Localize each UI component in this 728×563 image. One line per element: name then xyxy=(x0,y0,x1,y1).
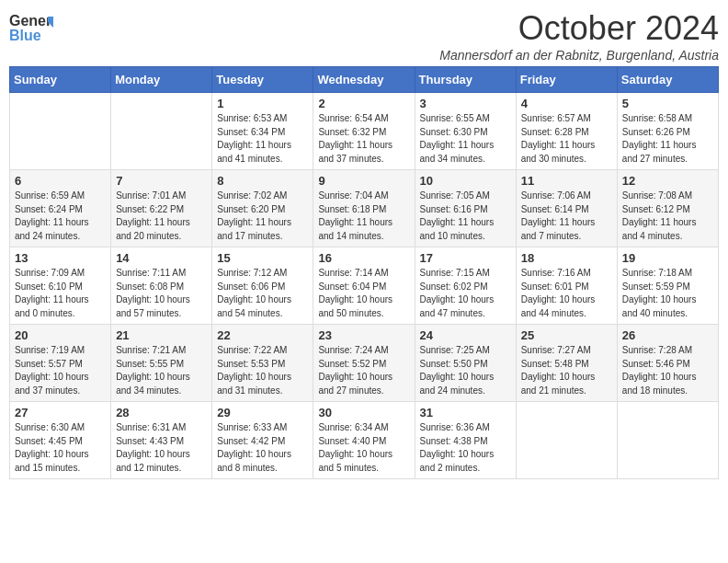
day-cell: 23Sunrise: 7:24 AM Sunset: 5:52 PM Dayli… xyxy=(313,325,415,402)
day-number: 25 xyxy=(521,328,612,342)
day-cell: 12Sunrise: 7:08 AM Sunset: 6:12 PM Dayli… xyxy=(617,170,718,247)
day-cell: 3Sunrise: 6:55 AM Sunset: 6:30 PM Daylig… xyxy=(415,93,516,170)
day-cell: 7Sunrise: 7:01 AM Sunset: 6:22 PM Daylig… xyxy=(111,170,212,247)
day-info: Sunrise: 6:30 AM Sunset: 4:45 PM Dayligh… xyxy=(15,421,106,475)
day-number: 11 xyxy=(521,174,612,188)
day-number: 21 xyxy=(116,328,207,342)
day-number: 17 xyxy=(420,251,511,265)
day-info: Sunrise: 7:12 AM Sunset: 6:06 PM Dayligh… xyxy=(217,267,308,320)
weekday-header-tuesday: Tuesday xyxy=(212,67,313,93)
week-row-1: 1Sunrise: 6:53 AM Sunset: 6:34 PM Daylig… xyxy=(10,93,719,170)
day-number: 5 xyxy=(622,97,713,110)
calendar-table: SundayMondayTuesdayWednesdayThursdayFrid… xyxy=(9,66,719,479)
day-number: 6 xyxy=(15,174,106,188)
day-number: 18 xyxy=(521,251,612,265)
day-info: Sunrise: 7:04 AM Sunset: 6:18 PM Dayligh… xyxy=(318,190,409,243)
day-cell: 28Sunrise: 6:31 AM Sunset: 4:43 PM Dayli… xyxy=(111,402,212,479)
day-info: Sunrise: 7:16 AM Sunset: 6:01 PM Dayligh… xyxy=(521,267,612,320)
day-cell: 8Sunrise: 7:02 AM Sunset: 6:20 PM Daylig… xyxy=(212,170,313,247)
day-cell: 20Sunrise: 7:19 AM Sunset: 5:57 PM Dayli… xyxy=(10,325,111,402)
day-number: 1 xyxy=(217,97,308,110)
day-number: 24 xyxy=(420,328,511,342)
day-info: Sunrise: 7:18 AM Sunset: 5:59 PM Dayligh… xyxy=(622,267,713,320)
day-cell: 25Sunrise: 7:27 AM Sunset: 5:48 PM Dayli… xyxy=(516,325,617,402)
day-info: Sunrise: 6:54 AM Sunset: 6:32 PM Dayligh… xyxy=(318,112,409,166)
day-number: 4 xyxy=(521,97,612,110)
day-info: Sunrise: 7:02 AM Sunset: 6:20 PM Dayligh… xyxy=(217,190,308,243)
day-number: 7 xyxy=(116,174,207,188)
day-number: 9 xyxy=(318,174,409,188)
day-info: Sunrise: 6:57 AM Sunset: 6:28 PM Dayligh… xyxy=(521,112,612,166)
day-info: Sunrise: 7:28 AM Sunset: 5:46 PM Dayligh… xyxy=(622,344,713,397)
weekday-header-wednesday: Wednesday xyxy=(313,67,415,93)
day-info: Sunrise: 6:53 AM Sunset: 6:34 PM Dayligh… xyxy=(217,112,308,166)
day-info: Sunrise: 6:58 AM Sunset: 6:26 PM Dayligh… xyxy=(622,112,713,166)
day-number: 30 xyxy=(318,406,409,419)
day-info: Sunrise: 7:27 AM Sunset: 5:48 PM Dayligh… xyxy=(521,344,612,397)
day-number: 26 xyxy=(622,328,713,342)
day-info: Sunrise: 7:14 AM Sunset: 6:04 PM Dayligh… xyxy=(318,267,409,320)
day-cell: 15Sunrise: 7:12 AM Sunset: 6:06 PM Dayli… xyxy=(212,247,313,325)
day-info: Sunrise: 7:15 AM Sunset: 6:02 PM Dayligh… xyxy=(420,267,511,320)
weekday-header-friday: Friday xyxy=(516,67,617,93)
day-number: 8 xyxy=(217,174,308,188)
weekday-header-row: SundayMondayTuesdayWednesdayThursdayFrid… xyxy=(10,67,719,93)
day-number: 10 xyxy=(420,174,511,188)
day-cell: 18Sunrise: 7:16 AM Sunset: 6:01 PM Dayli… xyxy=(516,247,617,325)
day-info: Sunrise: 7:25 AM Sunset: 5:50 PM Dayligh… xyxy=(420,344,511,397)
day-info: Sunrise: 7:22 AM Sunset: 5:53 PM Dayligh… xyxy=(217,344,308,397)
week-row-2: 6Sunrise: 6:59 AM Sunset: 6:24 PM Daylig… xyxy=(10,170,719,247)
day-number: 19 xyxy=(622,251,713,265)
title-section: October 2024 Mannersdorf an der Rabnitz,… xyxy=(439,9,719,63)
day-number: 23 xyxy=(318,328,409,342)
day-info: Sunrise: 7:09 AM Sunset: 6:10 PM Dayligh… xyxy=(15,267,106,320)
day-number: 31 xyxy=(420,406,511,419)
day-info: Sunrise: 7:08 AM Sunset: 6:12 PM Dayligh… xyxy=(622,190,713,243)
logo: General Blue xyxy=(9,9,53,50)
day-cell: 22Sunrise: 7:22 AM Sunset: 5:53 PM Dayli… xyxy=(212,325,313,402)
day-number: 14 xyxy=(116,251,207,265)
day-info: Sunrise: 7:24 AM Sunset: 5:52 PM Dayligh… xyxy=(318,344,409,397)
day-number: 22 xyxy=(217,328,308,342)
day-number: 2 xyxy=(318,97,409,110)
day-cell: 6Sunrise: 6:59 AM Sunset: 6:24 PM Daylig… xyxy=(10,170,111,247)
day-cell: 14Sunrise: 7:11 AM Sunset: 6:08 PM Dayli… xyxy=(111,247,212,325)
day-cell: 21Sunrise: 7:21 AM Sunset: 5:55 PM Dayli… xyxy=(111,325,212,402)
logo-graphic: General Blue xyxy=(9,9,53,50)
day-info: Sunrise: 6:59 AM Sunset: 6:24 PM Dayligh… xyxy=(15,190,106,243)
day-info: Sunrise: 7:06 AM Sunset: 6:14 PM Dayligh… xyxy=(521,190,612,243)
day-number: 27 xyxy=(15,406,106,419)
day-number: 28 xyxy=(116,406,207,419)
weekday-header-thursday: Thursday xyxy=(415,67,516,93)
day-cell: 1Sunrise: 6:53 AM Sunset: 6:34 PM Daylig… xyxy=(212,93,313,170)
day-number: 20 xyxy=(15,328,106,342)
svg-text:General: General xyxy=(9,13,53,29)
day-cell: 4Sunrise: 6:57 AM Sunset: 6:28 PM Daylig… xyxy=(516,93,617,170)
day-number: 13 xyxy=(15,251,106,265)
day-cell xyxy=(10,93,111,170)
day-cell: 13Sunrise: 7:09 AM Sunset: 6:10 PM Dayli… xyxy=(10,247,111,325)
month-title: October 2024 xyxy=(439,9,719,48)
day-info: Sunrise: 7:19 AM Sunset: 5:57 PM Dayligh… xyxy=(15,344,106,397)
day-cell: 5Sunrise: 6:58 AM Sunset: 6:26 PM Daylig… xyxy=(617,93,718,170)
week-row-3: 13Sunrise: 7:09 AM Sunset: 6:10 PM Dayli… xyxy=(10,247,719,325)
day-number: 15 xyxy=(217,251,308,265)
day-number: 12 xyxy=(622,174,713,188)
day-info: Sunrise: 7:21 AM Sunset: 5:55 PM Dayligh… xyxy=(116,344,207,397)
week-row-4: 20Sunrise: 7:19 AM Sunset: 5:57 PM Dayli… xyxy=(10,325,719,402)
day-cell: 30Sunrise: 6:34 AM Sunset: 4:40 PM Dayli… xyxy=(313,402,415,479)
day-cell: 27Sunrise: 6:30 AM Sunset: 4:45 PM Dayli… xyxy=(10,402,111,479)
day-cell: 29Sunrise: 6:33 AM Sunset: 4:42 PM Dayli… xyxy=(212,402,313,479)
day-info: Sunrise: 6:55 AM Sunset: 6:30 PM Dayligh… xyxy=(420,112,511,166)
day-info: Sunrise: 6:36 AM Sunset: 4:38 PM Dayligh… xyxy=(420,421,511,475)
day-cell: 2Sunrise: 6:54 AM Sunset: 6:32 PM Daylig… xyxy=(313,93,415,170)
day-cell xyxy=(111,93,212,170)
day-number: 29 xyxy=(217,406,308,419)
day-info: Sunrise: 7:11 AM Sunset: 6:08 PM Dayligh… xyxy=(116,267,207,320)
day-info: Sunrise: 6:31 AM Sunset: 4:43 PM Dayligh… xyxy=(116,421,207,475)
weekday-header-monday: Monday xyxy=(111,67,212,93)
day-number: 3 xyxy=(420,97,511,110)
day-info: Sunrise: 7:05 AM Sunset: 6:16 PM Dayligh… xyxy=(420,190,511,243)
week-row-5: 27Sunrise: 6:30 AM Sunset: 4:45 PM Dayli… xyxy=(10,402,719,479)
day-cell: 26Sunrise: 7:28 AM Sunset: 5:46 PM Dayli… xyxy=(617,325,718,402)
